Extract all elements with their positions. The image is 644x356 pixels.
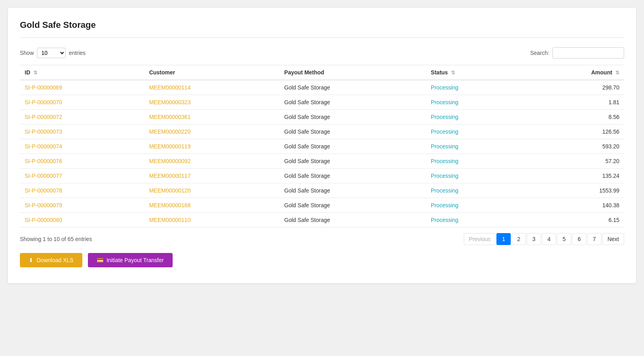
initiate-payout-button[interactable]: 💳 Initiate Payout Transfer bbox=[88, 253, 173, 267]
cell-amount: 1.81 bbox=[524, 95, 624, 110]
entries-label: entries bbox=[69, 50, 86, 56]
id-link[interactable]: SI-P-00000076 bbox=[25, 158, 62, 164]
customer-link[interactable]: MEEM00000168 bbox=[149, 202, 191, 208]
cell-id: SI-P-00000078 bbox=[20, 183, 144, 198]
show-label: Show bbox=[20, 50, 34, 56]
cell-status: Processing bbox=[426, 139, 524, 154]
cell-payout-method: Gold Safe Storage bbox=[280, 125, 426, 139]
cell-payout-method: Gold Safe Storage bbox=[280, 198, 426, 213]
id-link[interactable]: SI-P-00000070 bbox=[25, 99, 62, 105]
col-header-id[interactable]: ID ⇅ bbox=[20, 65, 144, 80]
pagination-page-3[interactable]: 3 bbox=[527, 233, 541, 245]
status-badge: Processing bbox=[431, 114, 458, 120]
cell-payout-method: Gold Safe Storage bbox=[280, 213, 426, 228]
id-link[interactable]: SI-P-00000080 bbox=[25, 217, 62, 223]
customer-link[interactable]: MEEM00000119 bbox=[149, 143, 191, 150]
customer-link[interactable]: MEEM00000110 bbox=[149, 217, 191, 223]
cell-id: SI-P-00000079 bbox=[20, 198, 144, 213]
table-row: SI-P-00000074 MEEM00000119 Gold Safe Sto… bbox=[20, 139, 624, 154]
status-badge: Processing bbox=[431, 202, 458, 208]
cell-status: Processing bbox=[426, 110, 524, 125]
search-label: Search: bbox=[530, 50, 549, 56]
cell-amount: 8.56 bbox=[524, 110, 624, 125]
customer-link[interactable]: MEEM00000120 bbox=[149, 187, 191, 194]
customer-link[interactable]: MEEM00000117 bbox=[149, 173, 191, 179]
table-row: SI-P-00000076 MEEM00000092 Gold Safe Sto… bbox=[20, 154, 624, 169]
cell-customer: MEEM00000114 bbox=[144, 80, 280, 95]
cell-id: SI-P-00000073 bbox=[20, 125, 144, 139]
pagination-page-4[interactable]: 4 bbox=[542, 233, 556, 245]
id-link[interactable]: SI-P-00000077 bbox=[25, 173, 62, 179]
download-xls-button[interactable]: ⬇ Download XLS bbox=[20, 253, 82, 267]
id-link[interactable]: SI-P-00000069 bbox=[25, 84, 62, 91]
cell-amount: 57.20 bbox=[524, 154, 624, 169]
id-link[interactable]: SI-P-00000073 bbox=[25, 128, 62, 135]
entries-select[interactable]: 10 25 50 100 bbox=[37, 48, 66, 58]
cell-customer: MEEM00000092 bbox=[144, 154, 280, 169]
cell-id: SI-P-00000077 bbox=[20, 169, 144, 183]
cell-customer: MEEM00000220 bbox=[144, 125, 280, 139]
table-row: SI-P-00000069 MEEM00000114 Gold Safe Sto… bbox=[20, 80, 624, 95]
cell-id: SI-P-00000074 bbox=[20, 139, 144, 154]
table-row: SI-P-00000080 MEEM00000110 Gold Safe Sto… bbox=[20, 213, 624, 228]
col-header-amount[interactable]: Amount ⇅ bbox=[524, 65, 624, 80]
pagination: Previous 1 2 3 4 5 6 7 Next bbox=[464, 233, 624, 245]
id-link[interactable]: SI-P-00000072 bbox=[25, 114, 62, 120]
cell-amount: 1553.99 bbox=[524, 183, 624, 198]
customer-link[interactable]: MEEM00000092 bbox=[149, 158, 191, 164]
pagination-page-2[interactable]: 2 bbox=[512, 233, 526, 245]
sort-icon-id: ⇅ bbox=[33, 70, 37, 76]
pagination-page-1[interactable]: 1 bbox=[496, 233, 511, 245]
download-icon: ⬇ bbox=[29, 257, 33, 263]
pagination-page-7[interactable]: 7 bbox=[587, 233, 601, 245]
pagination-previous[interactable]: Previous bbox=[464, 233, 496, 245]
cell-status: Processing bbox=[426, 213, 524, 228]
id-link[interactable]: SI-P-00000079 bbox=[25, 202, 62, 208]
cell-amount: 6.15 bbox=[524, 213, 624, 228]
id-link[interactable]: SI-P-00000078 bbox=[25, 187, 62, 194]
cell-customer: MEEM00000119 bbox=[144, 139, 280, 154]
search-input[interactable] bbox=[553, 47, 624, 58]
customer-link[interactable]: MEEM00000323 bbox=[149, 99, 191, 105]
payout-icon: 💳 bbox=[97, 257, 103, 263]
status-badge: Processing bbox=[431, 128, 458, 135]
cell-status: Processing bbox=[426, 154, 524, 169]
status-badge: Processing bbox=[431, 173, 458, 179]
table-row: SI-P-00000070 MEEM00000323 Gold Safe Sto… bbox=[20, 95, 624, 110]
id-link[interactable]: SI-P-00000074 bbox=[25, 143, 62, 150]
cell-amount: 140.38 bbox=[524, 198, 624, 213]
table-row: SI-P-00000073 MEEM00000220 Gold Safe Sto… bbox=[20, 125, 624, 139]
customer-link[interactable]: MEEM00000114 bbox=[149, 84, 191, 91]
customer-link[interactable]: MEEM00000220 bbox=[149, 128, 191, 135]
cell-amount: 135.24 bbox=[524, 169, 624, 183]
status-badge: Processing bbox=[431, 99, 458, 105]
cell-id: SI-P-00000080 bbox=[20, 213, 144, 228]
sort-icon-amount: ⇅ bbox=[615, 70, 619, 76]
cell-amount: 126.56 bbox=[524, 125, 624, 139]
pagination-page-5[interactable]: 5 bbox=[557, 233, 571, 245]
cell-id: SI-P-00000070 bbox=[20, 95, 144, 110]
status-badge: Processing bbox=[431, 84, 458, 91]
pagination-page-6[interactable]: 6 bbox=[572, 233, 586, 245]
cell-status: Processing bbox=[426, 125, 524, 139]
status-badge: Processing bbox=[431, 158, 458, 164]
cell-payout-method: Gold Safe Storage bbox=[280, 169, 426, 183]
data-table: ID ⇅ Customer Payout Method Status ⇅ Amo… bbox=[20, 65, 624, 228]
cell-id: SI-P-00000069 bbox=[20, 80, 144, 95]
pagination-next[interactable]: Next bbox=[602, 233, 624, 245]
col-header-payout-method: Payout Method bbox=[280, 65, 426, 80]
cell-id: SI-P-00000076 bbox=[20, 154, 144, 169]
cell-amount: 593.20 bbox=[524, 139, 624, 154]
cell-status: Processing bbox=[426, 198, 524, 213]
cell-status: Processing bbox=[426, 183, 524, 198]
cell-status: Processing bbox=[426, 95, 524, 110]
cell-customer: MEEM00000168 bbox=[144, 198, 280, 213]
col-header-status[interactable]: Status ⇅ bbox=[426, 65, 524, 80]
cell-payout-method: Gold Safe Storage bbox=[280, 154, 426, 169]
customer-link[interactable]: MEEM00000361 bbox=[149, 114, 191, 120]
cell-customer: MEEM00000110 bbox=[144, 213, 280, 228]
sort-icon-status: ⇅ bbox=[451, 70, 455, 76]
cell-payout-method: Gold Safe Storage bbox=[280, 80, 426, 95]
showing-text: Showing 1 to 10 of 65 entries bbox=[20, 236, 92, 242]
cell-customer: MEEM00000120 bbox=[144, 183, 280, 198]
